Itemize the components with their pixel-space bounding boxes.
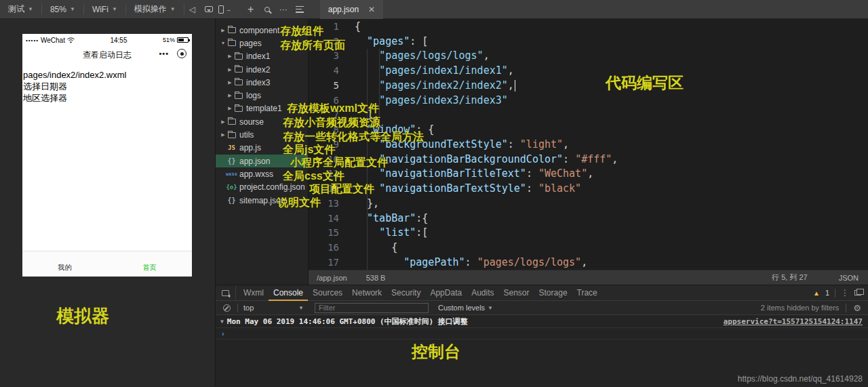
expand-arrow-icon[interactable]: ▼ (220, 319, 224, 325)
simulate-actions-select[interactable]: 模拟操作 ▼ (126, 0, 184, 19)
log-source-link[interactable]: appservice?t=1557125154124:1147 (724, 317, 863, 326)
tree-arrow-icon[interactable]: ▶ (226, 106, 233, 111)
phone-page-content: pages/index2/index2.wxml选择日期器地区选择器 (22, 64, 192, 104)
gear-icon[interactable]: ⚙ (853, 303, 861, 313)
status-file-path: /app.json (317, 274, 347, 282)
context-selector[interactable]: top ▼ (238, 304, 309, 312)
code-line-14[interactable]: 14 "tabBar":{ (309, 211, 868, 226)
tree-item-label: logs (246, 91, 261, 100)
battery-percent: 51% (163, 37, 175, 43)
code-line-5[interactable]: 5 "pages/index2/index2", (309, 78, 868, 93)
devtools-tab-wxml[interactable]: Wxml (239, 285, 269, 301)
inspect-element-icon[interactable] (216, 285, 236, 301)
folder-icon (233, 106, 243, 112)
code-line-17[interactable]: 17 "pagePath": "pages/logs/logs", (309, 255, 868, 270)
tree-arrow-icon[interactable]: ▶ (220, 119, 226, 125)
devtools-tab-appdata[interactable]: AppData (425, 285, 467, 301)
menu-dots-icon[interactable]: ••• (159, 49, 169, 58)
annotation-pages: 存放所有页面 (280, 39, 345, 53)
phone-tab-item[interactable]: 我的 (22, 263, 107, 272)
tree-item-index3[interactable]: ▶index3 (216, 76, 308, 89)
annotation-console: 控制台 (412, 341, 460, 363)
clear-console-icon[interactable] (223, 304, 231, 312)
tree-arrow-icon[interactable]: ▶ (220, 132, 226, 138)
code-text: { (355, 241, 397, 253)
devtools-tab-trace[interactable]: Trace (572, 285, 602, 301)
capsule-close-icon[interactable] (177, 49, 186, 58)
tree-item-label: sourse (239, 117, 264, 127)
dock-side-icon[interactable] (854, 290, 861, 296)
devtools-tab-sensor[interactable]: Sensor (499, 285, 534, 301)
wifi-icon (67, 37, 75, 43)
annotation-appjs: 全局js文件 (283, 143, 335, 157)
tree-arrow-icon[interactable]: ▶ (226, 67, 233, 73)
tree-item-logs[interactable]: ▶logs (216, 89, 308, 102)
annotation-appwxss: 全局css文件 (283, 169, 344, 184)
code-editor[interactable]: 1{2 "pages": [3 "pages/logs/logs",4 "pag… (309, 19, 868, 270)
device-select[interactable]: 测试 ▼ (0, 0, 41, 19)
tree-item-index2[interactable]: ▶index2 (216, 63, 308, 76)
devtools-tab-sources[interactable]: Sources (308, 285, 347, 301)
devtools-tab-network[interactable]: Network (347, 285, 387, 301)
code-line-1[interactable]: 1{ (309, 19, 868, 34)
code-text: { (355, 20, 361, 33)
network-select[interactable]: WiFi ▼ (84, 0, 125, 19)
tree-item-label: index3 (246, 78, 270, 87)
editor-status-bar: /app.json 538 B 行 5, 列 27 JSON (309, 270, 868, 285)
line-number: 5 (309, 80, 339, 91)
code-line-3[interactable]: 3 "pages/logs/logs", (309, 49, 868, 64)
annotation-sitemap: 说明文件 (277, 196, 321, 210)
tree-arrow-icon[interactable]: ▶ (226, 93, 233, 98)
code-line-11[interactable]: 11 "navigationBarTitleText": "WeChat", (309, 167, 868, 182)
add-icon[interactable]: + (243, 0, 259, 19)
filter-input[interactable] (315, 303, 429, 313)
tree-arrow-icon[interactable]: ▶ (220, 28, 226, 33)
annotation-editor-area: 代码编写区 (606, 73, 684, 94)
code-line-4[interactable]: 4 "pages/index1/index1", (309, 63, 868, 78)
tree-arrow-icon[interactable]: ▶ (226, 80, 233, 85)
code-line-6[interactable]: 6 "pages/index3/index3" (309, 93, 868, 108)
devtools-tab-console[interactable]: Console (269, 285, 308, 301)
editor-tab-appjson[interactable]: app.json ✕ (320, 0, 383, 19)
more-icon[interactable]: ··· (275, 0, 292, 19)
code-line-2[interactable]: 2 "pages": [ (309, 34, 868, 49)
code-line-7[interactable]: 7 ], (309, 108, 868, 123)
code-line-15[interactable]: 15 "list":[ (309, 226, 868, 241)
message-icon[interactable] (201, 0, 217, 19)
log-message: Mon May 06 2019 14:46:06 GMT+0800 (中国标准时… (227, 317, 468, 327)
phone-content-line: 地区选择器 (23, 92, 192, 104)
status-language[interactable]: JSON (839, 274, 859, 282)
phone-tab-item[interactable]: 首页 (107, 263, 192, 272)
sound-icon[interactable]: ◁ (184, 0, 201, 19)
devtools-tab-audits[interactable]: Audits (467, 285, 498, 301)
folder-icon (233, 66, 243, 73)
warning-icon[interactable]: ▲ (813, 289, 820, 297)
code-line-16[interactable]: 16 { (309, 240, 868, 255)
kebab-menu-icon[interactable]: ⋮ (841, 288, 849, 298)
code-line-10[interactable]: 10 "navigationBarBackgroundColor": "#fff… (309, 152, 868, 167)
phone-preview[interactable]: ••••• WeChat 14:55 51% 查看启动日志 ••• pages/… (22, 34, 192, 277)
phone-content-line: 选择日期器 (23, 81, 192, 92)
folder-icon (233, 79, 243, 85)
log-levels-select[interactable]: Custom levels ▼ (438, 304, 493, 312)
code-text: "tabBar":{ (355, 212, 428, 224)
close-icon[interactable]: ✕ (368, 5, 375, 14)
code-line-13[interactable]: 13 }, (309, 196, 868, 211)
line-number: 17 (309, 257, 339, 268)
zoom-select[interactable]: 85% ▼ (42, 0, 83, 19)
tree-arrow-icon[interactable]: ▼ (220, 41, 226, 45)
rotate-device-icon[interactable]: → (217, 0, 233, 19)
code-line-12[interactable]: 12 "navigationBarTextStyle": "black" (309, 181, 868, 196)
console-prompt-row[interactable]: › (216, 328, 868, 340)
search-icon[interactable] (259, 0, 275, 19)
devtools-tab-security[interactable]: Security (387, 285, 425, 301)
tree-item-label: index1 (246, 52, 270, 61)
clock-label: 14:55 (75, 37, 163, 44)
folder-icon (233, 93, 243, 99)
simulator-panel: ••••• WeChat 14:55 51% 查看启动日志 ••• pages/… (0, 19, 216, 387)
console-log-entry[interactable]: ▼ Mon May 06 2019 14:46:06 GMT+0800 (中国标… (216, 315, 868, 328)
devtools-tab-storage[interactable]: Storage (534, 285, 572, 301)
outline-icon[interactable] (292, 0, 308, 19)
annotation-sourse: 存放小音频视频资源 (283, 116, 380, 130)
tree-arrow-icon[interactable]: ▶ (226, 54, 233, 59)
